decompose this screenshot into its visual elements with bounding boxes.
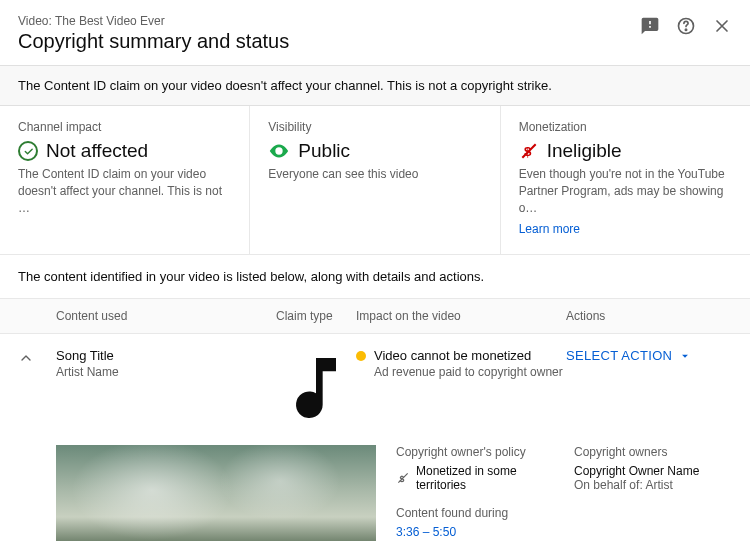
header-actions <box>640 16 732 36</box>
col-content-used: Content used <box>56 309 276 323</box>
owner-name: Copyright Owner Name <box>574 464 732 478</box>
content-title: Song Title <box>56 348 276 363</box>
details-left: Copyright owner's policy $ Monetized in … <box>396 445 554 541</box>
timestamp-link[interactable]: 3:36 – 5:50 <box>396 525 456 539</box>
info-banner: The Content ID claim on your video doesn… <box>0 65 750 106</box>
policy-value: Monetized in some territories <box>416 464 554 492</box>
col-actions: Actions <box>566 309 732 323</box>
impact-subtitle: Ad revenue paid to copyright owner <box>356 365 566 379</box>
svg-point-2 <box>277 149 281 153</box>
video-preview: 1:54 / 5:51 <box>56 445 376 541</box>
table-header: Content used Claim type Impact on the vi… <box>0 299 750 334</box>
dollar-off-icon: $ <box>396 471 410 485</box>
select-action-dropdown[interactable]: SELECT ACTION <box>566 348 732 363</box>
card-value: Public <box>298 140 350 162</box>
card-description: Even though you're not in the YouTube Pa… <box>519 166 732 216</box>
chevron-down-icon <box>678 349 692 363</box>
claim-row: Song Title Artist Name Video cannot be m… <box>0 334 750 541</box>
content-list-intro: The content identified in your video is … <box>0 255 750 299</box>
feedback-icon[interactable] <box>640 16 660 36</box>
eye-icon <box>268 140 290 162</box>
video-subtitle: Video: The Best Video Ever <box>18 14 640 28</box>
page-title: Copyright summary and status <box>18 30 640 53</box>
dialog-header: Video: The Best Video Ever Copyright sum… <box>0 0 750 65</box>
card-monetization: Monetization $ Ineligible Even though yo… <box>501 106 750 254</box>
card-value: Ineligible <box>547 140 622 162</box>
svg-point-1 <box>685 29 686 30</box>
close-icon[interactable] <box>712 16 732 36</box>
claim-row-details: 1:54 / 5:51 Copyright owner's policy <box>18 445 732 541</box>
found-label: Content found during <box>396 506 554 520</box>
collapse-toggle[interactable] <box>18 348 56 366</box>
impact-cell: Video cannot be monetized Ad revenue pai… <box>356 348 566 379</box>
claim-details: Copyright owner's policy $ Monetized in … <box>396 445 732 541</box>
col-claim-type: Claim type <box>276 309 356 323</box>
status-cards: Channel impact Not affected The Content … <box>0 106 750 255</box>
card-label: Monetization <box>519 120 732 134</box>
impact-title: Video cannot be monetized <box>374 348 531 363</box>
card-value: Not affected <box>46 140 148 162</box>
card-description: The Content ID claim on your video doesn… <box>18 166 231 216</box>
owners-label: Copyright owners <box>574 445 732 459</box>
claim-type-cell <box>276 348 356 431</box>
owner-behalf: On behalf of: Artist <box>574 478 732 492</box>
help-icon[interactable] <box>676 16 696 36</box>
claim-row-summary: Song Title Artist Name Video cannot be m… <box>18 348 732 431</box>
card-channel-impact: Channel impact Not affected The Content … <box>0 106 250 254</box>
music-note-icon <box>276 416 356 431</box>
content-used-cell: Song Title Artist Name <box>56 348 276 379</box>
header-text: Video: The Best Video Ever Copyright sum… <box>18 14 640 53</box>
video-player[interactable]: 1:54 / 5:51 <box>56 445 376 541</box>
dollar-off-icon: $ <box>519 141 539 161</box>
learn-more-link[interactable]: Learn more <box>519 222 580 236</box>
policy-label: Copyright owner's policy <box>396 445 554 459</box>
status-dot-icon <box>356 351 366 361</box>
card-label: Channel impact <box>18 120 231 134</box>
card-description: Everyone can see this video <box>268 166 481 183</box>
card-visibility: Visibility Public Everyone can see this … <box>250 106 500 254</box>
select-action-label: SELECT ACTION <box>566 348 672 363</box>
actions-cell: SELECT ACTION <box>566 348 732 363</box>
content-artist: Artist Name <box>56 365 276 379</box>
details-right: Copyright owners Copyright Owner Name On… <box>574 445 732 541</box>
col-impact: Impact on the video <box>356 309 566 323</box>
card-label: Visibility <box>268 120 481 134</box>
check-circle-icon <box>18 141 38 161</box>
